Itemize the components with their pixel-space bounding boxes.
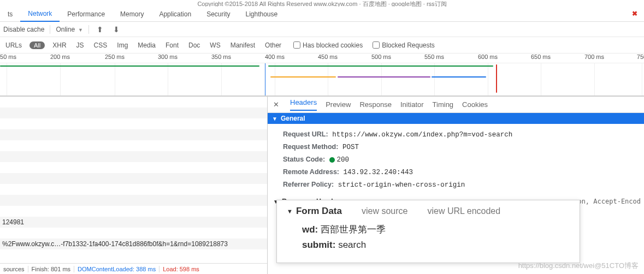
timeline-tick: 400 ms: [265, 53, 285, 60]
watermark: https://blog.csdn.net/wei@51CTO博客: [518, 261, 639, 271]
form-data-title[interactable]: ▼ Form Data: [287, 206, 342, 217]
page-copyright: Copyright ©2015-2018 All Rights Reserved…: [0, 0, 644, 7]
chevron-down-icon: ▼: [272, 116, 277, 122]
throttling-dropdown[interactable]: Online▼: [56, 26, 83, 33]
tab-cookies[interactable]: Cookies: [462, 100, 488, 109]
filter-img[interactable]: Img: [115, 40, 130, 50]
list-item[interactable]: [0, 173, 267, 184]
view-url-encoded-link[interactable]: view URL encoded: [427, 206, 500, 216]
view-source-link[interactable]: view source: [362, 206, 407, 216]
tab-console-partial[interactable]: ts: [0, 7, 20, 21]
timeline-bar: [270, 76, 336, 78]
timeline-tick: 700 ms: [584, 53, 604, 60]
load-time: Load: 598 ms: [163, 266, 199, 272]
filter-all[interactable]: All: [29, 41, 45, 49]
timeline-tick: 750: [637, 53, 644, 60]
list-item[interactable]: [0, 118, 267, 129]
list-item[interactable]: [0, 184, 267, 195]
blocked-requests-checkbox[interactable]: Blocked Requests: [373, 41, 435, 49]
filter-xhr[interactable]: XHR: [50, 40, 68, 50]
timeline-bar: [268, 65, 493, 67]
request-list[interactable]: 124981%2Fwww.okzyw.c…-f7b1332-1fa400-174…: [0, 97, 268, 274]
filter-css[interactable]: CSS: [92, 40, 110, 50]
general-block: Request URL: https://www.okzyw.com/index…: [268, 124, 644, 195]
tab-lighthouse[interactable]: Lighthouse: [238, 7, 285, 21]
filter-manifest[interactable]: Manifest: [228, 40, 257, 50]
timeline-tick: 500 ms: [371, 53, 391, 60]
status-dot-icon: [329, 157, 335, 163]
timeline-tick: 150 ms: [0, 53, 16, 60]
referrer-policy-key: Referrer Policy:: [283, 181, 334, 188]
timeline-tick: 300 ms: [158, 53, 178, 60]
timeline-tick: 350 ms: [211, 53, 231, 60]
disable-cache-toggle[interactable]: Disable cache: [3, 26, 44, 33]
filter-js[interactable]: JS: [74, 40, 86, 50]
download-icon[interactable]: ⬇: [111, 25, 122, 34]
list-item[interactable]: [0, 151, 267, 162]
list-item[interactable]: [0, 206, 267, 217]
chevron-down-icon: ▼: [287, 208, 293, 215]
sources-label: sources: [3, 266, 25, 272]
filter-font[interactable]: Font: [163, 40, 181, 50]
list-item[interactable]: [0, 129, 267, 140]
filter-media[interactable]: Media: [135, 40, 158, 50]
tab-preview[interactable]: Preview: [326, 100, 351, 109]
chevron-down-icon: ▼: [78, 27, 83, 33]
timeline-bar: [0, 65, 259, 67]
hide-data-urls-label: URLs: [3, 40, 24, 50]
form-data-callout: ▼ Form Data view source view URL encoded…: [276, 200, 580, 263]
timeline-tick: 600 ms: [478, 53, 498, 60]
network-timeline[interactable]: 150 ms200 ms250 ms300 ms350 ms400 ms450 …: [0, 53, 644, 96]
timeline-tick: 450 ms: [318, 53, 338, 60]
form-wd-key: wd:: [302, 224, 318, 235]
filter-ws[interactable]: WS: [208, 40, 222, 50]
close-icon[interactable]: ✖: [632, 10, 640, 17]
list-item[interactable]: [0, 228, 267, 239]
status-bar: sources Finish: 801 ms DOMContentLoaded:…: [0, 263, 267, 274]
timeline-tick: 650 ms: [531, 53, 551, 60]
tab-security[interactable]: Security: [199, 7, 238, 21]
timeline-tick: 550 ms: [424, 53, 444, 60]
filter-doc[interactable]: Doc: [186, 40, 202, 50]
remote-address-key: Remote Address:: [283, 168, 339, 176]
upload-icon[interactable]: ⬆: [94, 25, 105, 34]
tab-timing[interactable]: Timing: [433, 100, 454, 109]
status-code-value: 200: [337, 156, 350, 164]
separator: [88, 25, 89, 34]
timeline-tick: 200 ms: [50, 53, 70, 60]
close-icon[interactable]: ✕: [273, 100, 279, 109]
tab-memory[interactable]: Memory: [113, 7, 151, 21]
request-url-key: Request URL:: [283, 130, 328, 138]
tab-application[interactable]: Application: [151, 7, 199, 21]
domcontentloaded-time: DOMContentLoaded: 388 ms: [78, 266, 156, 272]
list-item[interactable]: %2Fwww.okzyw.c…-f7b1332-1fa400-174c81d88…: [0, 239, 267, 249]
remote-address-value: 143.92.32.240:443: [344, 169, 413, 176]
timeline-bar: [432, 76, 486, 78]
detail-tabs: ✕ Headers Preview Response Initiator Tim…: [268, 97, 644, 113]
timeline-bar: [496, 64, 497, 93]
tab-performance[interactable]: Performance: [60, 7, 113, 21]
list-item[interactable]: [0, 162, 267, 173]
form-submit-key: submit:: [302, 240, 335, 250]
list-item[interactable]: [0, 140, 267, 151]
blocked-cookies-checkbox[interactable]: Has blocked cookies: [293, 41, 363, 49]
request-url-value: https://www.okzyw.com/index.php?m=vod-se…: [332, 131, 512, 139]
tab-headers[interactable]: Headers: [290, 98, 317, 111]
list-item[interactable]: [0, 97, 267, 108]
status-code-key: Status Code:: [283, 156, 325, 163]
filter-row: URLs All XHR JS CSS Img Media Font Doc W…: [0, 37, 644, 53]
truncated-response-text: on, Accept-Encod: [577, 198, 641, 205]
tab-initiator[interactable]: Initiator: [400, 100, 424, 109]
devtools-tabstrip: ts Network Performance Memory Applicatio…: [0, 7, 644, 22]
section-general[interactable]: ▼ General: [268, 113, 644, 124]
form-submit-value: search: [338, 240, 366, 250]
list-item[interactable]: 124981: [0, 217, 267, 228]
tab-network[interactable]: Network: [20, 7, 60, 22]
list-item[interactable]: [0, 195, 267, 206]
selection-start-line: [265, 63, 265, 96]
list-item[interactable]: [0, 108, 267, 118]
tab-response[interactable]: Response: [359, 100, 392, 109]
referrer-policy-value: strict-origin-when-cross-origin: [338, 181, 465, 189]
finish-time: Finish: 801 ms: [32, 266, 71, 272]
filter-other[interactable]: Other: [263, 40, 283, 50]
